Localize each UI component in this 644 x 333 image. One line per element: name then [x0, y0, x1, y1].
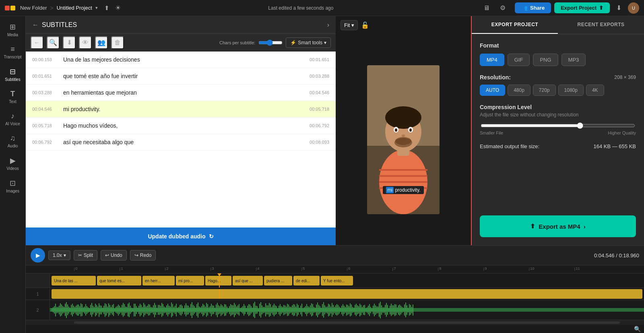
project-dropdown-chevron[interactable]: ▾	[95, 5, 98, 10]
redo-button[interactable]: ↪ Redo	[130, 250, 156, 261]
sidebar-item-media[interactable]: ⊞ Media	[0, 19, 25, 40]
waveform-bar	[303, 308, 303, 312]
settings-icon[interactable]: ⚙	[497, 2, 508, 14]
share-button[interactable]: 👥 Share	[515, 2, 551, 13]
subtitle-row-4[interactable]: 00:05.718 Hago muchos vídeos, 00:06.792	[26, 118, 336, 134]
speed-label: 1.0x	[53, 252, 62, 258]
smart-tools-button[interactable]: ⚡ Smart tools ▾	[286, 37, 331, 48]
subtitle-clip-2[interactable]: en herr...	[142, 276, 175, 285]
export-project-button[interactable]: Export Project ⬆	[554, 2, 610, 13]
compression-slider[interactable]	[481, 122, 635, 129]
waveform-bar	[74, 307, 75, 313]
waveform-bar	[180, 305, 180, 315]
sidebar-item-videos[interactable]: ▶ Videos	[0, 153, 25, 174]
subtitle-clip-4[interactable]: Hago...	[205, 276, 231, 285]
sidebar-item-text[interactable]: T Text	[0, 87, 25, 107]
subtitle-row-0[interactable]: 00:00.153 Una de las mejores decisiones …	[26, 52, 336, 68]
subtitle-clip-7[interactable]: de edi...	[293, 276, 320, 285]
waveform-bar	[305, 306, 306, 314]
subtitle-clip-5[interactable]: así que ...	[233, 276, 263, 285]
sidebar-item-audio[interactable]: ♫ Audio	[0, 131, 25, 151]
play-button[interactable]: ▶	[31, 248, 45, 263]
format-png-btn[interactable]: PNG	[533, 54, 558, 66]
subtitles-trash-btn[interactable]: 🗑	[111, 36, 124, 49]
waveform-bar	[53, 307, 54, 312]
subtitle-clip-0[interactable]: Una de las ...	[52, 276, 96, 285]
subtitle-row-2[interactable]: 00:03.288 en herramientas que mejoran 00…	[26, 85, 336, 101]
subtitle-clip-3[interactable]: mi pro...	[176, 276, 204, 285]
speed-selector[interactable]: 1.0x ▾	[48, 250, 70, 260]
res-720p-btn[interactable]: 720p	[533, 85, 556, 96]
undo-button[interactable]: ↩ Undo	[101, 250, 127, 261]
track-1-clip[interactable]	[52, 289, 642, 299]
subtitle-clip-8[interactable]: Y fue ento...	[321, 276, 353, 285]
subtitle-clip-1[interactable]: que tomé es...	[97, 276, 141, 285]
sidebar-item-ai-voice[interactable]: ♪ AI Voice	[0, 109, 25, 129]
folder-breadcrumb[interactable]: New Folder	[20, 5, 47, 11]
subtitles-search-btn[interactable]: 🔍	[47, 36, 60, 49]
subtitle-row-3[interactable]: 00:04.546 mi productivity. 00:05.718	[26, 101, 336, 118]
waveform-bar	[349, 306, 349, 314]
waveform-bar	[99, 303, 99, 317]
subtitle-list: 00:00.153 Una de las mejores decisiones …	[26, 52, 336, 228]
monitor-icon[interactable]: 🖥	[481, 2, 492, 14]
subtitle-row-1[interactable]: 00:01.651 que tomé este año fue invertir…	[26, 68, 336, 85]
user-avatar[interactable]: U	[628, 2, 639, 14]
track-2-row: 2	[26, 300, 644, 320]
ruler-ticks: :0 :1 :2 :3 :4 :5 :6 :7 :8 :9 :10 :11	[74, 268, 620, 271]
upload-icon[interactable]: ⬆	[104, 4, 109, 12]
sidebar-item-images[interactable]: ⊡ Images	[0, 176, 25, 196]
fit-select[interactable]: Fit ▾	[341, 20, 358, 30]
scrollbar-track[interactable]	[74, 321, 620, 324]
subtitle-row-5[interactable]: 00:06.792 así que necesitaba algo que 00…	[26, 134, 336, 151]
timeline-area: ▶ 1.0x ▾ ✂ Split ↩ Undo ↪ Redo	[26, 245, 644, 333]
waveform-bar	[365, 308, 366, 312]
waveform-bar	[245, 306, 246, 314]
subtitle-text-2[interactable]: en herramientas que mejoran	[63, 89, 298, 96]
tab-export-project[interactable]: EXPORT PROJECT	[472, 16, 558, 34]
subtitle-start-time-4: 00:05.718	[32, 123, 58, 128]
waveform-bar	[56, 307, 57, 313]
format-gif-btn[interactable]: GIF	[508, 54, 530, 66]
sidebar: ⊞ Media ≡ Transcript ⊟ Subtitles T Text …	[0, 16, 26, 333]
format-mp4-btn[interactable]: MP4	[480, 54, 504, 66]
project-name[interactable]: Untitled Project	[57, 5, 92, 11]
subtitles-back-btn[interactable]: ←	[32, 21, 39, 29]
subtitle-text-0[interactable]: Una de las mejores decisiones	[63, 56, 298, 63]
zoom-icon[interactable]: 🔍	[634, 326, 641, 332]
track-1-row: 1	[26, 288, 644, 300]
chars-per-subtitle-slider[interactable]	[258, 39, 283, 46]
sidebar-item-subtitles[interactable]: ⊟ Subtitles	[0, 64, 25, 85]
export-top-label: Export Project	[561, 5, 597, 11]
subtitle-text-3[interactable]: mi productivity.	[63, 106, 298, 112]
subtitle-text-1[interactable]: que tomé este año fue invertir	[63, 73, 298, 79]
subtitle-clip-6[interactable]: pudiera ...	[264, 276, 292, 285]
res-480p-btn[interactable]: 480p	[508, 85, 530, 96]
subtitle-text-5[interactable]: así que necesitaba algo que	[63, 139, 298, 145]
download-icon[interactable]: ⬇	[616, 4, 621, 12]
sidebar-item-transcript[interactable]: ≡ Transcript	[0, 42, 25, 62]
waveform-bar	[248, 304, 249, 316]
brightness-icon[interactable]: ☀	[115, 4, 121, 12]
export-as-mp4-button[interactable]: ⬆ Export as MP4 ›	[480, 215, 636, 237]
waveform-bar	[68, 306, 69, 314]
logo-red-square	[5, 6, 10, 10]
split-button[interactable]: ✂ Split	[74, 250, 97, 261]
subtitles-back-tool-btn[interactable]: ←	[31, 36, 43, 49]
subtitles-eye-btn[interactable]: 👁	[79, 36, 92, 49]
file-size-label: Estimated output file size:	[480, 143, 539, 149]
waveform-bar	[166, 305, 167, 315]
res-4k-btn[interactable]: 4K	[586, 85, 604, 96]
tab-recent-exports[interactable]: RECENT EXPORTS	[558, 16, 644, 34]
res-auto-btn[interactable]: AUTO	[480, 85, 505, 96]
subtitles-close-btn[interactable]: ›	[327, 21, 329, 29]
res-1080p-btn[interactable]: 1080p	[558, 85, 584, 96]
waveform-bar	[244, 304, 244, 316]
subtitle-text-4[interactable]: Hago muchos vídeos,	[63, 122, 298, 129]
subtitles-download-btn[interactable]: ⬇	[63, 36, 76, 49]
format-mp3-btn[interactable]: MP3	[561, 54, 586, 66]
waveform-bar	[372, 308, 372, 312]
subtitles-people-btn[interactable]: 👥	[95, 36, 108, 49]
update-dubbed-audio-button[interactable]: Update dubbed audio ↻	[26, 228, 336, 245]
unlock-icon[interactable]: 🔓	[361, 21, 369, 29]
